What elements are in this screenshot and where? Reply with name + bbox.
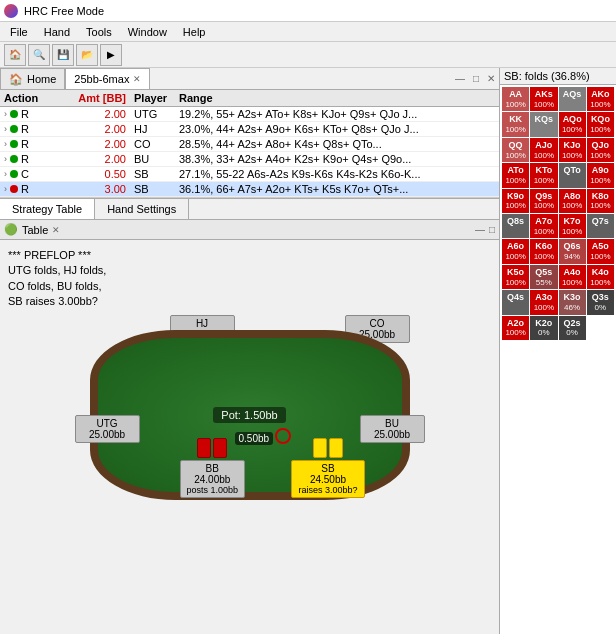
table-minimize-btn[interactable]: — <box>475 224 485 235</box>
hand-cell[interactable]: KQo100% <box>587 112 614 136</box>
minimize-btn[interactable]: — <box>455 73 465 84</box>
amt-cell: 2.00 <box>60 123 130 135</box>
hand-cell[interactable]: A7o100% <box>530 214 557 238</box>
toolbar-home-btn[interactable]: 🏠 <box>4 44 26 66</box>
range-cell: 36.1%, 66+ A7s+ A2o+ KTs+ K5s K7o+ QTs+.… <box>175 183 499 195</box>
app-icon <box>4 4 18 18</box>
hand-cell[interactable]: KK100% <box>502 112 529 136</box>
hand-cell[interactable]: A9o100% <box>587 163 614 187</box>
action-row[interactable]: ›R 2.00 HJ 23.0%, 44+ A2s+ A9o+ K6s+ KTo… <box>0 122 499 137</box>
hand-cell[interactable]: QQ100% <box>502 138 529 162</box>
card <box>213 438 227 458</box>
action-cell: ›R <box>0 183 60 195</box>
hand-cell[interactable]: K3o46% <box>559 290 586 314</box>
player-bu-name: BU <box>367 418 418 429</box>
hand-cell[interactable]: A8o100% <box>559 189 586 213</box>
range-cell: 28.5%, 44+ A2s+ A8o+ K4s+ Q8s+ QTo... <box>175 138 499 150</box>
sb-cards <box>291 438 364 458</box>
tab-active[interactable]: 25bb-6max ✕ <box>65 68 150 89</box>
hand-cell[interactable]: KTo100% <box>530 163 557 187</box>
hand-cell[interactable]: Q6s94% <box>559 239 586 263</box>
preflop-text: *** PREFLOP *** UTG folds, HJ folds, CO … <box>8 248 491 310</box>
hand-cell[interactable]: K9o100% <box>502 189 529 213</box>
tab-strategy-table[interactable]: Strategy Table <box>0 199 95 219</box>
hand-cell[interactable]: K6o100% <box>530 239 557 263</box>
status-dot <box>10 140 18 148</box>
player-cell: CO <box>130 138 175 150</box>
hand-cell[interactable]: Q9s100% <box>530 189 557 213</box>
player-cell: BU <box>130 153 175 165</box>
hand-cell[interactable]: Q5s55% <box>530 265 557 289</box>
status-dot <box>10 155 18 163</box>
hand-cell[interactable]: KQs <box>530 112 557 136</box>
hand-cell[interactable]: QTo <box>559 163 586 187</box>
hand-cell[interactable]: Q7s <box>587 214 614 238</box>
action-row[interactable]: ›R 2.00 UTG 19.2%, 55+ A2s+ ATo+ K8s+ KJ… <box>0 107 499 122</box>
hand-cell[interactable]: Q4s <box>502 290 529 314</box>
close-btn[interactable]: ✕ <box>487 73 495 84</box>
action-row-selected[interactable]: ›R 3.00 SB 36.1%, 66+ A7s+ A2o+ KTs+ K5s… <box>0 182 499 197</box>
hand-cell[interactable]: A3o100% <box>530 290 557 314</box>
menu-hand[interactable]: Hand <box>36 24 78 40</box>
menu-window[interactable]: Window <box>120 24 175 40</box>
player-utg[interactable]: UTG 25.00bb <box>75 415 140 443</box>
table-close-btn[interactable]: ✕ <box>52 225 60 235</box>
arrow-icon: › <box>4 124 7 134</box>
toolbar-play-btn[interactable]: ▶ <box>100 44 122 66</box>
hand-cell[interactable]: AA100% <box>502 87 529 111</box>
tab-close-btn[interactable]: ✕ <box>133 74 141 84</box>
player-cell: HJ <box>130 123 175 135</box>
hand-cell[interactable]: Q3s0% <box>587 290 614 314</box>
player-bu[interactable]: BU 25.00bb <box>360 415 425 443</box>
header-range: Range <box>175 92 499 104</box>
player-utg-name: UTG <box>82 418 133 429</box>
player-hj-name: HJ <box>177 318 228 329</box>
header-amt: Amt [BB] <box>60 92 130 104</box>
hand-cell[interactable]: QJo100% <box>587 138 614 162</box>
status-dot <box>10 170 18 178</box>
hand-cell[interactable]: K2o0% <box>530 316 557 340</box>
toolbar-save-btn[interactable]: 💾 <box>52 44 74 66</box>
hand-cell[interactable]: Q2s0% <box>559 316 586 340</box>
player-bb-stack: 24.00bb <box>187 474 239 485</box>
menu-file[interactable]: File <box>2 24 36 40</box>
tab-home[interactable]: 🏠 Home <box>0 68 65 89</box>
hand-cell[interactable]: K7o100% <box>559 214 586 238</box>
status-dot <box>10 185 18 193</box>
hand-cell[interactable]: A6o100% <box>502 239 529 263</box>
hand-cell[interactable]: A2o100% <box>502 316 529 340</box>
tab-bar: 🏠 Home 25bb-6max ✕ — □ ✕ <box>0 68 499 90</box>
hand-cell[interactable]: AJo100% <box>530 138 557 162</box>
hand-cell[interactable]: AQs <box>559 87 586 111</box>
hand-cell[interactable]: AKo100% <box>587 87 614 111</box>
hand-cell[interactable]: K8o100% <box>587 189 614 213</box>
action-row[interactable]: ›R 2.00 BU 38.3%, 33+ A2s+ A4o+ K2s+ K9o… <box>0 152 499 167</box>
table-icon: 🟢 <box>4 223 18 236</box>
player-cell: SB <box>130 183 175 195</box>
toolbar-open-btn[interactable]: 📂 <box>76 44 98 66</box>
player-sb[interactable]: SB 24.50bb raises 3.00bb? <box>291 460 364 498</box>
amt-cell: 3.00 <box>60 183 130 195</box>
hand-cell[interactable]: A4o100% <box>559 265 586 289</box>
card <box>197 438 211 458</box>
action-row[interactable]: ›R 2.00 CO 28.5%, 44+ A2s+ A8o+ K4s+ Q8s… <box>0 137 499 152</box>
hand-cell[interactable]: K5o100% <box>502 265 529 289</box>
player-bu-stack: 25.00bb <box>367 429 418 440</box>
hand-cell[interactable]: K4o100% <box>587 265 614 289</box>
hand-cell[interactable]: A5o100% <box>587 239 614 263</box>
hand-cell[interactable]: AKs100% <box>530 87 557 111</box>
hand-cell[interactable]: AQo100% <box>559 112 586 136</box>
tab-hand-settings[interactable]: Hand Settings <box>95 199 189 219</box>
hand-cell[interactable]: ATo100% <box>502 163 529 187</box>
table-maximize-btn[interactable]: □ <box>489 224 495 235</box>
hand-cell[interactable]: Q8s <box>502 214 529 238</box>
menu-help[interactable]: Help <box>175 24 214 40</box>
poker-table-container: HJ 25.00bb CO 25.00bb Pot: 1.50bb <box>80 320 420 520</box>
player-bb[interactable]: BB 24.00bb posts 1.00bb <box>180 460 246 498</box>
title-bar: HRC Free Mode <box>0 0 616 22</box>
action-row[interactable]: ›C 0.50 SB 27.1%, 55-22 A6s-A2s K9s-K6s … <box>0 167 499 182</box>
toolbar-search-btn[interactable]: 🔍 <box>28 44 50 66</box>
maximize-btn[interactable]: □ <box>473 73 479 84</box>
menu-tools[interactable]: Tools <box>78 24 120 40</box>
hand-cell[interactable]: KJo100% <box>559 138 586 162</box>
